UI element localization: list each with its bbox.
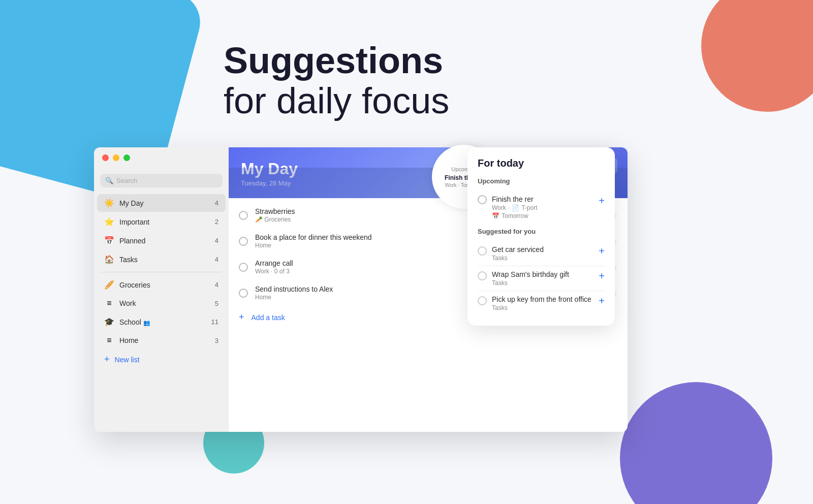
new-list-plus-icon: + bbox=[104, 354, 110, 365]
sidebar-item-groceries[interactable]: 🥖 Groceries 4 bbox=[97, 276, 226, 294]
sidebar-item-label-important: Important bbox=[119, 218, 210, 226]
sidebar-item-important[interactable]: ⭐ Important 2 bbox=[97, 213, 226, 231]
suggestion-info: Get car serviced Tasks bbox=[492, 245, 593, 262]
search-bar[interactable]: 🔍 Search bbox=[100, 174, 223, 187]
suggestion-title: Wrap Sam's birthday gift bbox=[492, 270, 593, 278]
sidebar-item-school[interactable]: 🎓 School 👥 11 bbox=[97, 313, 226, 331]
sidebar-item-label-groceries: Groceries bbox=[119, 281, 210, 289]
new-list-label: New list bbox=[115, 356, 140, 364]
upcoming-add-button[interactable]: + bbox=[599, 195, 605, 207]
sidebar-item-tasks[interactable]: 🏠 Tasks 4 bbox=[97, 250, 226, 268]
sidebar-item-label-my-day: My Day bbox=[119, 199, 210, 207]
sidebar-item-count-work: 5 bbox=[215, 300, 218, 307]
sidebar: 🔍 Search ☀️ My Day 4 ⭐ Important 2 📅 Pla… bbox=[94, 147, 229, 432]
minimize-button[interactable] bbox=[113, 154, 119, 161]
upcoming-when-label: Tomorrow bbox=[502, 212, 528, 219]
suggestion-add-button[interactable]: + bbox=[599, 245, 605, 257]
for-today-panel: For today Upcoming Finish the rer Work ·… bbox=[467, 147, 615, 326]
search-input[interactable]: Search bbox=[116, 177, 137, 184]
suggestion-info: Wrap Sam's birthday gift Tasks bbox=[492, 270, 593, 287]
school-icon: 🎓 bbox=[104, 317, 114, 327]
sidebar-item-count-tasks: 4 bbox=[215, 256, 218, 263]
hero-title: Suggestions bbox=[224, 41, 449, 81]
task-checkbox[interactable] bbox=[239, 289, 248, 298]
planned-icon: 📅 bbox=[104, 236, 114, 245]
tasks-icon: 🏠 bbox=[104, 255, 114, 264]
hero-subtitle: for daily focus bbox=[224, 81, 449, 121]
upcoming-title: Finish the rer bbox=[492, 195, 593, 203]
close-button[interactable] bbox=[102, 154, 109, 161]
sidebar-item-label-work: Work bbox=[119, 299, 210, 307]
upcoming-detail: T-port bbox=[521, 204, 537, 211]
sidebar-item-count-home: 3 bbox=[215, 337, 218, 344]
task-checkbox[interactable] bbox=[239, 211, 248, 220]
upcoming-section-label: Upcoming bbox=[478, 177, 605, 185]
suggestion-item-get-car: Get car serviced Tasks + bbox=[478, 241, 605, 266]
suggestion-checkbox[interactable] bbox=[478, 296, 487, 305]
add-task-plus-icon: + bbox=[239, 312, 244, 323]
suggestion-title: Pick up key from the front office bbox=[492, 295, 593, 303]
search-icon: 🔍 bbox=[105, 177, 113, 184]
upcoming-meta: Work · 📄 T-port bbox=[492, 204, 593, 211]
upcoming-info: Finish the rer Work · 📄 T-port 📅 Tomorro… bbox=[492, 195, 593, 219]
sidebar-item-label-school: School 👥 bbox=[119, 318, 206, 326]
my-day-icon: ☀️ bbox=[104, 198, 114, 208]
sidebar-item-home[interactable]: ≡ Home 3 bbox=[97, 332, 226, 349]
groceries-icon: 🥖 bbox=[104, 280, 114, 290]
task-checkbox[interactable] bbox=[239, 237, 248, 246]
suggestion-item-wrap-gift: Wrap Sam's birthday gift Tasks + bbox=[478, 266, 605, 291]
suggestion-add-button[interactable]: + bbox=[599, 295, 605, 307]
bg-decoration-coral bbox=[701, 0, 813, 112]
suggestion-info: Pick up key from the front office Tasks bbox=[492, 295, 593, 311]
sidebar-item-my-day[interactable]: ☀️ My Day 4 bbox=[97, 194, 226, 212]
sidebar-item-work[interactable]: ≡ Work 5 bbox=[97, 295, 226, 312]
suggested-section-label: Suggested for you bbox=[478, 228, 605, 235]
suggestion-item-pick-up-key: Pick up key from the front office Tasks … bbox=[478, 291, 605, 316]
task-checkbox[interactable] bbox=[239, 263, 248, 272]
sidebar-item-planned[interactable]: 📅 Planned 4 bbox=[97, 232, 226, 249]
sidebar-item-count-planned: 4 bbox=[215, 237, 218, 244]
add-task-label: Add a task bbox=[252, 313, 285, 322]
calendar-icon: 📅 bbox=[492, 212, 499, 219]
suggestion-subtitle: Tasks bbox=[492, 304, 593, 311]
sidebar-item-label-tasks: Tasks bbox=[119, 256, 210, 264]
upcoming-list: Work bbox=[492, 204, 506, 211]
suggestion-subtitle: Tasks bbox=[492, 255, 593, 262]
upcoming-when: 📅 Tomorrow bbox=[492, 212, 593, 219]
important-icon: ⭐ bbox=[104, 217, 114, 227]
for-today-title: For today bbox=[478, 158, 605, 169]
window-controls bbox=[102, 154, 130, 161]
suggestion-add-button[interactable]: + bbox=[599, 270, 605, 282]
suggestion-checkbox[interactable] bbox=[478, 271, 487, 280]
upcoming-dot: · bbox=[508, 204, 510, 211]
sidebar-item-count-my-day: 4 bbox=[215, 199, 218, 207]
suggestion-title: Get car serviced bbox=[492, 245, 593, 254]
sidebar-item-count-important: 2 bbox=[215, 218, 218, 226]
home-icon: ≡ bbox=[104, 336, 114, 345]
upcoming-item: Finish the rer Work · 📄 T-port 📅 Tomorro… bbox=[478, 191, 605, 224]
suggestion-checkbox[interactable] bbox=[478, 246, 487, 256]
bg-decoration-purple bbox=[620, 382, 772, 504]
work-icon: ≡ bbox=[104, 299, 114, 308]
upcoming-checkbox[interactable] bbox=[478, 195, 487, 204]
new-list-button[interactable]: + New list bbox=[97, 350, 226, 369]
suggestion-subtitle: Tasks bbox=[492, 279, 593, 287]
document-icon: 📄 bbox=[512, 204, 519, 211]
sidebar-item-count-groceries: 4 bbox=[215, 281, 218, 289]
sidebar-item-label-home: Home bbox=[119, 336, 210, 344]
sidebar-item-count-school: 11 bbox=[211, 318, 218, 326]
sidebar-item-label-planned: Planned bbox=[119, 237, 210, 245]
maximize-button[interactable] bbox=[123, 154, 130, 161]
sidebar-divider bbox=[101, 272, 222, 272]
hero-section: Suggestions for daily focus bbox=[224, 41, 449, 121]
